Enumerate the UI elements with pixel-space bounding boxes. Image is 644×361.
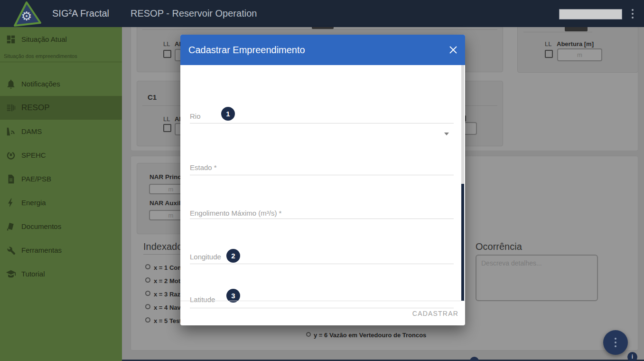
sidebar-item-documentos[interactable]: Documentos	[0, 215, 122, 238]
estado-select-underline[interactable]	[190, 175, 454, 175]
sidebar-item-tutorial[interactable]: Tutorial	[0, 262, 122, 286]
dropdown-arrow-icon[interactable]	[444, 133, 449, 135]
wrench-icon	[6, 245, 16, 256]
sidebar-item-ferramentas[interactable]: Ferramentas	[0, 238, 122, 262]
dialog-footer: CADASTRAR	[180, 301, 465, 325]
vertical-dots-icon	[615, 338, 616, 340]
sidebar-item-dams[interactable]: DAMS	[0, 120, 122, 143]
document-icon	[6, 174, 16, 184]
radio-x2[interactable]	[145, 277, 150, 283]
radio-y6-label: y = 6 Vazão em Vertedouro de Troncos	[314, 332, 426, 339]
ll-checkbox[interactable]	[163, 124, 171, 132]
radio-x3[interactable]	[145, 291, 150, 296]
sidebar-item-resop[interactable]: RESOP	[0, 96, 122, 120]
rio-field-underline[interactable]	[190, 123, 454, 124]
app-logo-gear-triangle-icon: ⚙	[10, 0, 43, 34]
bell-icon	[6, 79, 16, 89]
dialog-header: Cadastrar Empreendimento	[180, 35, 465, 65]
radio-x5[interactable]	[145, 317, 150, 323]
sidebar-item-label: Tutorial	[21, 262, 45, 286]
sidebar-item-energia[interactable]: Energia	[0, 191, 122, 215]
sidebar-item-label: Notificações	[21, 72, 60, 96]
sidebar-subtitle: Situação dos empreendimentos	[4, 53, 77, 59]
ocorrencia-textarea[interactable]	[476, 255, 598, 301]
sidebar-item-label: RESOP	[21, 96, 50, 120]
sidebar-item-label: Energia	[21, 191, 46, 215]
longitude-field-label: Longitude	[190, 253, 221, 261]
dialog-scrollbar-thumb[interactable]	[461, 184, 464, 301]
estado-select-label: Estado *	[190, 163, 217, 171]
lightning-bolt-icon	[6, 198, 16, 208]
svg-text:⚙: ⚙	[21, 9, 32, 23]
info-badge[interactable]: i	[627, 352, 637, 361]
ll-label: LL	[163, 40, 170, 48]
sidebar-item-label: Ferramentas	[21, 238, 62, 262]
ll-checkbox[interactable]	[545, 50, 553, 58]
ll-checkbox[interactable]	[163, 50, 171, 58]
section-divider	[143, 254, 180, 255]
floating-action-button[interactable]	[603, 330, 628, 355]
sidebar-item-label: PAE/PSB	[21, 167, 51, 191]
engolimento-field-underline[interactable]	[190, 218, 454, 219]
power-drop-icon	[6, 150, 16, 161]
close-icon[interactable]	[449, 46, 457, 54]
ll-label: LL	[163, 115, 170, 123]
longitude-field-underline[interactable]	[190, 264, 454, 264]
documents-icon	[6, 221, 16, 232]
ll-label: LL	[545, 40, 551, 48]
ocorrencia-heading: Ocorrência	[476, 241, 522, 252]
step-badge-1: 1	[221, 107, 235, 121]
dashboard-icon	[6, 34, 16, 45]
dialog-title: Cadastrar Empreendimento	[188, 35, 305, 65]
cadastrar-button[interactable]: CADASTRAR	[412, 301, 458, 326]
engolimento-field-label: Engolimento Máximo (m³/s) *	[190, 209, 281, 217]
sidebar-divider	[0, 62, 122, 62]
cadastrar-empreendimento-dialog: Cadastrar Empreendimento Rio 1 Estado * …	[180, 35, 465, 325]
abertura-label: Abertura [m]	[557, 40, 594, 48]
step-badge-2: 2	[226, 249, 240, 263]
app-window: SIG²A Fractal RESOP - Reservoir Operatio…	[0, 0, 644, 361]
indexador-heading: Indexador	[143, 241, 186, 252]
card-divider	[142, 29, 497, 30]
abertura-input[interactable]: m	[557, 48, 602, 61]
radio-x4[interactable]	[145, 304, 150, 309]
header-kebab-menu-icon[interactable]	[631, 8, 635, 19]
sidebar-item-label: SPEHC	[21, 143, 46, 167]
sidebar: Situação Atual Situação dos empreendimen…	[0, 27, 122, 361]
sidebar-item-notificacoes[interactable]: Notificações	[0, 72, 122, 96]
sidebar-item-spehc[interactable]: SPEHC	[0, 143, 122, 167]
radio-x1[interactable]	[145, 264, 150, 269]
header-search-input[interactable]	[559, 9, 622, 19]
sidebar-item-pae-psb[interactable]: PAE/PSB	[0, 167, 122, 191]
card-divider	[523, 32, 592, 32]
app-title: SIG²A Fractal	[52, 0, 109, 27]
dam-gate-icon	[6, 103, 16, 113]
graduation-cap-icon	[6, 269, 16, 279]
radio-y6[interactable]	[306, 332, 311, 337]
partial-badge-fragment	[470, 357, 479, 361]
sidebar-item-label: Documentos	[21, 215, 61, 238]
dam-signal-icon	[6, 126, 16, 137]
c1-heading: C1	[148, 93, 157, 101]
sidebar-item-label: DAMS	[21, 120, 42, 143]
module-title: RESOP - Reservoir Operation	[131, 0, 257, 27]
rio-field-label: Rio	[190, 112, 201, 120]
app-header: SIG²A Fractal RESOP - Reservoir Operatio…	[0, 0, 644, 27]
